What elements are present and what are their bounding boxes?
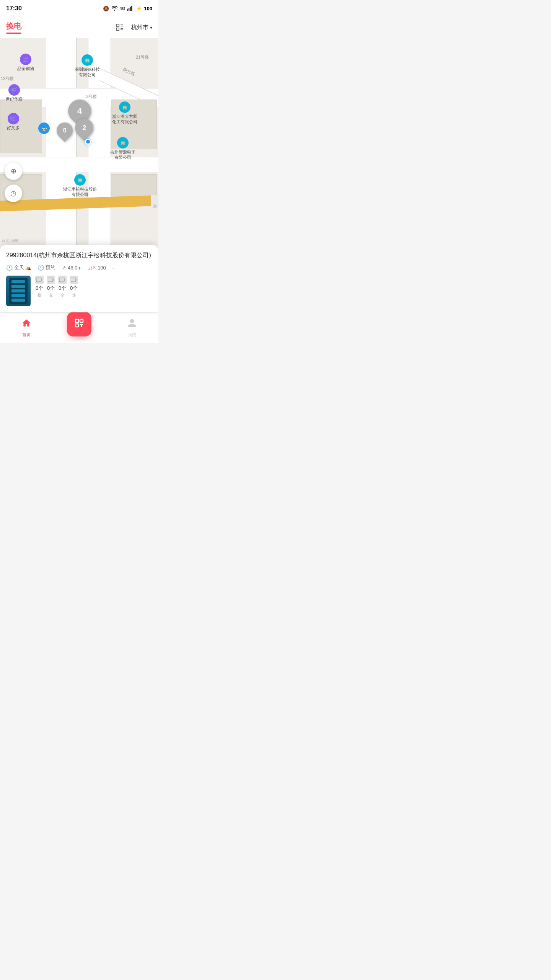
grid-view-button[interactable] — [114, 22, 125, 33]
svg-rect-11 — [41, 279, 42, 281]
reservation-clock-icon: 🕐 — [37, 265, 44, 271]
poi-label-haoyouduo: 好又多 — [7, 125, 20, 131]
road-label-right: 永 — [151, 195, 158, 207]
pin-body-0: 0 — [53, 119, 76, 142]
svg-rect-14 — [59, 278, 64, 282]
battery-count-3: 0个 — [70, 285, 78, 292]
svg-rect-13 — [53, 279, 54, 281]
wifi-icon — [111, 5, 118, 12]
svg-rect-17 — [76, 279, 77, 281]
building-label-12: 12号楼 — [1, 76, 14, 82]
history-button[interactable]: ◷ — [5, 185, 22, 202]
station-slot-3 — [11, 289, 25, 292]
battery-icon-kong — [58, 276, 67, 284]
poi-hangzhouz: 🏢 杭州智源电子有限公司 — [110, 137, 135, 160]
bus-stop-icon: 🚌 — [38, 122, 50, 134]
app-header: 换电 杭州市 ▾ — [0, 17, 158, 38]
location-button[interactable]: ⊕ — [5, 162, 22, 180]
open-icon: ⛺ — [26, 265, 31, 270]
svg-rect-19 — [80, 319, 83, 322]
poi-shijihua: 🛒 世纪华联 — [6, 84, 23, 102]
scan-button[interactable] — [67, 312, 91, 336]
station-slot-2 — [11, 285, 25, 288]
chevron-down-icon: ▾ — [150, 25, 152, 30]
scan-icon — [74, 318, 85, 331]
header-title-wrap: 换电 — [6, 21, 21, 34]
4g-icon: 4G — [120, 6, 126, 11]
road-arrow-left: ← — [64, 200, 68, 206]
nav-bar: 首页 我的 — [0, 312, 158, 343]
nav-label-home: 首页 — [22, 332, 31, 338]
poi-label-shenzhen: 深圳城铄科技有限公司 — [75, 67, 100, 78]
hours-info: 🕐 全天 ⛺ — [6, 264, 31, 271]
road-arrow-right: → — [87, 200, 92, 206]
current-location-dot — [85, 139, 91, 145]
signal-bars: ✕ — [88, 265, 96, 270]
nav-item-mine[interactable]: 我的 — [106, 318, 158, 338]
battery-grid: 0个 换 0个 充 0个 空 0个 — [35, 276, 146, 298]
panel-info-row: 🕐 全天 ⛺ 🕐 预约 ↗ 46.0m ✕ 100 - — [6, 264, 152, 271]
battery-label-chong: 充 — [49, 292, 53, 298]
user-icon — [127, 318, 137, 330]
dash-text: - — [112, 265, 114, 271]
building-label-21: 21号楼 — [136, 54, 149, 60]
nav-item-scan[interactable] — [53, 320, 106, 336]
reservation-text: 预约 — [46, 264, 55, 271]
hours-text: 全天 — [14, 264, 24, 271]
svg-rect-18 — [75, 319, 78, 322]
svg-rect-1 — [129, 8, 130, 11]
status-icons: 🔕 4G ⚡ 100 — [103, 5, 152, 12]
station-inner — [9, 278, 28, 304]
poi-icon-yusong: 🏢 — [74, 174, 86, 186]
poi-icon-pinquan: 🛒 — [20, 54, 31, 65]
dash-item: - — [112, 265, 114, 271]
svg-rect-20 — [75, 324, 78, 327]
nav-label-mine: 我的 — [128, 332, 136, 338]
clock-icon: ◷ — [10, 189, 16, 198]
poi-shenzhen: 🏢 深圳城铄科技有限公司 — [75, 54, 100, 78]
battery-item-3: 0个 坏 — [70, 276, 78, 298]
svg-rect-10 — [36, 278, 41, 282]
map-container[interactable]: ← → 永 🛒 品全购物 🛒 世纪华联 🛒 好又多 🏢 深圳城铄科技有限公司 🏢… — [0, 38, 158, 245]
svg-rect-0 — [127, 8, 129, 10]
silent-icon: 🔕 — [103, 6, 109, 11]
city-selector[interactable]: 杭州市 ▾ — [131, 24, 152, 31]
charging-icon: ⚡ — [136, 6, 142, 11]
map-pin-2[interactable]: 2 — [75, 119, 93, 137]
battery-count-1: 0个 — [47, 285, 55, 292]
battery-level: 100 — [144, 6, 152, 11]
battery-label-kong: 空 — [60, 292, 65, 298]
header-right: 杭州市 ▾ — [114, 22, 152, 33]
svg-rect-12 — [48, 278, 53, 282]
battery-item-1: 0个 充 — [47, 276, 55, 298]
home-icon — [21, 318, 31, 330]
battery-icon-huai — [70, 276, 78, 284]
poi-zhejiangyuandа: 🏢 浙江浙大方圆化工有限公司 — [112, 101, 137, 125]
road-vertical-1 — [46, 38, 77, 245]
station-image — [6, 276, 31, 306]
svg-rect-4 — [116, 24, 119, 27]
panel-main-row: 0个 换 0个 充 0个 空 0个 — [6, 276, 152, 306]
signal-x-icon: ✕ — [92, 265, 96, 270]
panel-extra: - — [151, 279, 152, 284]
poi-label-yusong: 浙江宇松科技股份有限公司 — [63, 186, 97, 198]
diagonal-road-area — [99, 57, 158, 103]
clock-small-icon: 🕐 — [6, 265, 13, 271]
signal-icon — [127, 5, 134, 12]
svg-rect-2 — [130, 7, 131, 11]
battery-count-2: 0个 — [59, 285, 66, 292]
page-title: 换电 — [6, 21, 21, 31]
map-pin-0[interactable]: 0 — [57, 122, 73, 139]
poi-label-shijihua: 世纪华联 — [6, 96, 23, 102]
map-watermark: 百度 地图 — [2, 238, 18, 243]
battery-icon-huan — [35, 276, 44, 284]
battery-label-huan: 换 — [37, 292, 42, 298]
pin-body-2: 2 — [71, 115, 97, 141]
navigation-icon: ↗ — [62, 265, 66, 271]
poi-icon-haoyouduo: 🛒 — [8, 113, 19, 124]
poi-icon-zhejiangyuan: 🏢 — [119, 101, 130, 113]
distance-info: ↗ 46.0m — [62, 265, 82, 271]
battery-count-0: 0个 — [36, 285, 43, 292]
nav-item-home[interactable]: 首页 — [0, 318, 53, 338]
status-bar: 17:30 🔕 4G ⚡ 100 — [0, 0, 158, 17]
